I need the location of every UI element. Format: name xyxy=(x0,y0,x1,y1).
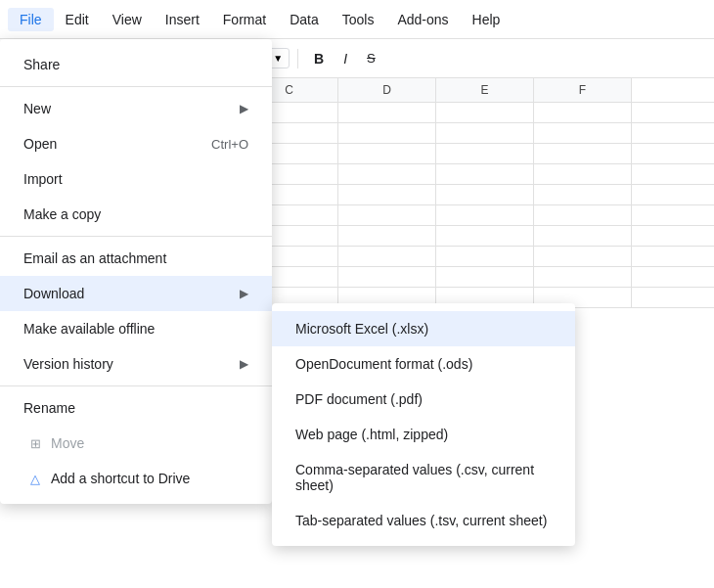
cell-f8[interactable] xyxy=(534,247,632,266)
download-submenu: Microsoft Excel (.xlsx) OpenDocument for… xyxy=(272,303,575,546)
download-label: Download xyxy=(23,286,84,301)
font-size-dropdown-icon: ▼ xyxy=(273,53,283,64)
cell-e5[interactable] xyxy=(436,185,534,204)
menu-item-offline[interactable]: Make available offline xyxy=(0,311,272,346)
menu-addons[interactable]: Add-ons xyxy=(385,8,460,31)
separator-1 xyxy=(0,86,272,87)
menu-file[interactable]: File xyxy=(8,8,54,31)
menu-item-open[interactable]: Open Ctrl+O xyxy=(0,126,272,161)
rename-label: Rename xyxy=(23,400,75,416)
menu-bar: File Edit View Insert Format Data Tools … xyxy=(0,0,714,39)
menu-item-download[interactable]: Download ▶ xyxy=(0,276,272,311)
open-shortcut: Ctrl+O xyxy=(211,137,248,152)
cell-e4[interactable] xyxy=(436,164,534,184)
share-label: Share xyxy=(23,57,60,72)
menu-item-import[interactable]: Import xyxy=(0,161,272,197)
submenu-item-ods[interactable]: OpenDocument format (.ods) xyxy=(272,346,575,382)
move-icon: ⊞ xyxy=(23,436,47,451)
drive-icon: △ xyxy=(23,472,47,486)
cell-e2[interactable] xyxy=(436,123,534,143)
submenu-item-csv[interactable]: Comma-separated values (.csv, current sh… xyxy=(272,452,575,503)
file-menu-dropdown: Share New ▶ Open Ctrl+O Import Make a co… xyxy=(0,39,272,504)
submenu-item-xlsx[interactable]: Microsoft Excel (.xlsx) xyxy=(272,311,575,346)
italic-button[interactable]: I xyxy=(335,47,355,70)
cell-d4[interactable] xyxy=(338,164,436,184)
cell-f5[interactable] xyxy=(534,185,632,204)
submenu-item-pdf[interactable]: PDF document (.pdf) xyxy=(272,382,575,417)
menu-item-make-copy[interactable]: Make a copy xyxy=(0,197,272,232)
separator-2 xyxy=(0,236,272,237)
col-header-d[interactable]: D xyxy=(338,78,436,102)
import-label: Import xyxy=(23,171,63,187)
cell-f1[interactable] xyxy=(534,103,632,122)
menu-tools[interactable]: Tools xyxy=(331,8,386,31)
menu-view[interactable]: View xyxy=(101,8,154,31)
email-label: Email as an attachment xyxy=(23,250,166,266)
download-arrow-icon: ▶ xyxy=(240,287,248,300)
cell-f7[interactable] xyxy=(534,226,632,246)
menu-item-share[interactable]: Share xyxy=(0,47,272,82)
cell-d2[interactable] xyxy=(338,123,436,143)
menu-insert[interactable]: Insert xyxy=(154,8,211,31)
menu-edit[interactable]: Edit xyxy=(54,8,101,31)
cell-d8[interactable] xyxy=(338,247,436,266)
menu-format[interactable]: Format xyxy=(211,8,278,31)
open-label: Open xyxy=(23,136,57,152)
cell-f4[interactable] xyxy=(534,164,632,184)
cell-d6[interactable] xyxy=(338,205,436,225)
cell-e6[interactable] xyxy=(436,205,534,225)
cell-e1[interactable] xyxy=(436,103,534,122)
cell-f3[interactable] xyxy=(534,144,632,163)
cell-d1[interactable] xyxy=(338,103,436,122)
strikethrough-button[interactable]: S xyxy=(359,47,383,69)
toolbar-sep-4 xyxy=(297,49,298,68)
cell-e9[interactable] xyxy=(436,267,534,287)
menu-item-move[interactable]: ⊞ Move xyxy=(0,426,272,461)
version-label: Version history xyxy=(23,356,113,372)
make-copy-label: Make a copy xyxy=(23,206,101,222)
submenu-item-html[interactable]: Web page (.html, zipped) xyxy=(272,417,575,452)
cell-d7[interactable] xyxy=(338,226,436,246)
new-label: New xyxy=(23,101,51,116)
version-arrow-icon: ▶ xyxy=(240,357,248,371)
cell-f2[interactable] xyxy=(534,123,632,143)
col-header-e[interactable]: E xyxy=(436,78,534,102)
menu-help[interactable]: Help xyxy=(461,8,513,31)
cell-e7[interactable] xyxy=(436,226,534,246)
cell-d5[interactable] xyxy=(338,185,436,204)
menu-item-shortcut[interactable]: △ Add a shortcut to Drive xyxy=(0,461,272,496)
offline-label: Make available offline xyxy=(23,321,155,337)
menu-item-version-history[interactable]: Version history ▶ xyxy=(0,346,272,382)
cell-d9[interactable] xyxy=(338,267,436,287)
cell-e8[interactable] xyxy=(436,247,534,266)
menu-item-new[interactable]: New ▶ xyxy=(0,91,272,126)
cell-d3[interactable] xyxy=(338,144,436,163)
shortcut-label: Add a shortcut to Drive xyxy=(51,471,190,486)
cell-f6[interactable] xyxy=(534,205,632,225)
menu-data[interactable]: Data xyxy=(278,8,331,31)
col-header-f[interactable]: F xyxy=(534,78,632,102)
menu-item-rename[interactable]: Rename xyxy=(0,390,272,426)
menu-item-email[interactable]: Email as an attachment xyxy=(0,241,272,276)
cell-e3[interactable] xyxy=(436,144,534,163)
new-arrow-icon: ▶ xyxy=(240,102,248,115)
submenu-item-tsv[interactable]: Tab-separated values (.tsv, current shee… xyxy=(272,503,575,538)
move-label: Move xyxy=(51,435,84,451)
cell-f9[interactable] xyxy=(534,267,632,287)
bold-button[interactable]: B xyxy=(306,47,332,70)
separator-3 xyxy=(0,385,272,386)
